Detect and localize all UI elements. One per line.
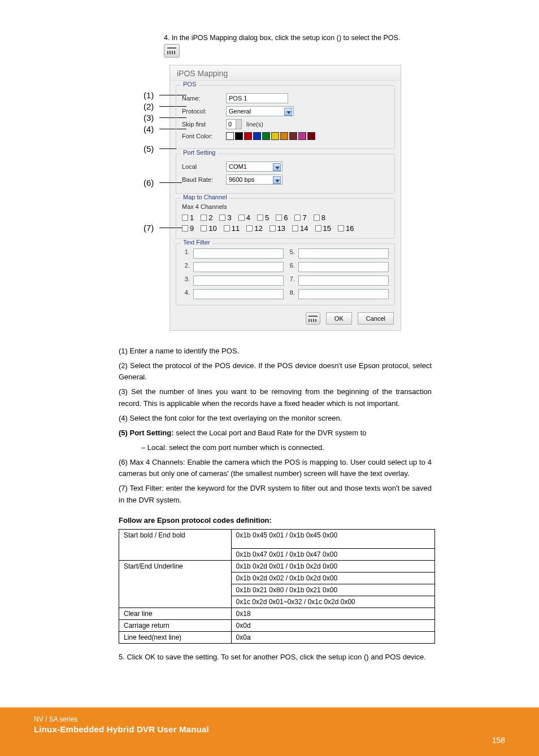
table-cell: 0x18 <box>231 608 434 619</box>
group-pos: POS Name: Protocol: General Skip first 0… <box>176 85 395 149</box>
channel-2-checkbox[interactable]: 2 <box>201 213 212 222</box>
font-color-label: Font Color: <box>182 133 226 139</box>
swatch-pink[interactable] <box>298 132 306 140</box>
protocol-label: Protocol: <box>182 108 226 115</box>
chevron-down-icon <box>273 176 281 184</box>
cancel-button[interactable]: Cancel <box>358 312 394 325</box>
group-text-filter: Text Filter 1. 5. 2. 6. 3. 7. 4. 8. <box>176 243 395 305</box>
callout-2: (2) <box>144 102 154 111</box>
callout-6: (6) <box>144 178 154 187</box>
table-cell: Start bold / End bold <box>119 529 232 560</box>
table-cell: 0x1c 0x2d 0x01~0x32 / 0x1c 0x2d 0x00 <box>231 596 434 608</box>
callout-1: (1) <box>144 90 154 100</box>
swatch-green[interactable] <box>262 132 270 140</box>
channel-14-checkbox[interactable]: 14 <box>292 224 308 233</box>
chevron-down-icon <box>284 108 292 116</box>
step-4-text: 4. In the iPOS Mapping dialog box, click… <box>164 34 494 42</box>
ipos-mapping-dialog: (1) (2) (3) (4) (5) (6) (7) iPOS Mapping… <box>169 65 401 331</box>
channel-1-checkbox[interactable]: 1 <box>182 213 194 222</box>
protocol-select[interactable]: General <box>226 106 294 116</box>
swatch-brown[interactable] <box>289 132 297 140</box>
para-5b: – Local: select the com port number whic… <box>141 442 432 453</box>
footer-series: NV / SA series <box>34 715 516 723</box>
table-cell: 0x0a <box>231 631 434 643</box>
text-filter-7[interactable] <box>298 276 389 286</box>
pos-setup-icon[interactable] <box>306 312 320 325</box>
channel-8-checkbox[interactable]: 8 <box>314 213 325 222</box>
swatch-yellow[interactable] <box>271 132 279 140</box>
text-filter-2[interactable] <box>193 262 284 272</box>
table-cell: Start/End Underline <box>119 560 232 608</box>
footer-title: Linux-Embedded Hybrid DVR User Manual <box>34 724 516 734</box>
para-3: (3) Set the number of lines you want to … <box>119 386 432 409</box>
swatch-white[interactable] <box>226 132 234 140</box>
text-filter-4[interactable] <box>193 289 284 299</box>
table-cell: Line feed(next line) <box>119 631 232 643</box>
group-port-setting: Port Setting Local COM1 Baud Rate: 9600 … <box>176 154 395 194</box>
para-8: 5. Click OK to save the setting. To set … <box>119 652 432 663</box>
baud-rate-label: Baud Rate: <box>182 176 226 183</box>
table-cell: 0x1b 0x21 0x80 / 0x1b 0x21 0x00 <box>231 584 434 596</box>
swatch-red[interactable] <box>244 132 252 140</box>
max-channels-note: Max 4 Channels <box>182 203 389 210</box>
callout-4: (4) <box>144 124 154 134</box>
channel-4-checkbox[interactable]: 4 <box>238 213 250 222</box>
skip-first-unit: line(s) <box>246 121 263 128</box>
para-7: (7) Text Filter: enter the keyword for t… <box>119 483 432 505</box>
epson-codes-table: Start bold / End bold 0x1b 0x45 0x01 / 0… <box>119 529 435 644</box>
table-cell: 0x1b 0x2d 0x02 / 0x1b 0x2d 0x00 <box>231 572 434 584</box>
text-filter-1[interactable] <box>193 248 284 259</box>
local-select[interactable]: COM1 <box>226 161 282 172</box>
baud-rate-select[interactable]: 9600 bps <box>226 174 282 185</box>
font-color-swatches[interactable] <box>226 132 315 140</box>
table-cell: 0x1b 0x2d 0x01 / 0x1b 0x2d 0x00 <box>231 560 434 572</box>
channel-7-checkbox[interactable]: 7 <box>294 213 306 222</box>
channel-10-checkbox[interactable]: 10 <box>201 224 216 233</box>
channel-3-checkbox[interactable]: 3 <box>219 213 231 222</box>
page-footer: NV / SA series Linux-Embedded Hybrid DVR… <box>0 707 539 756</box>
ok-button[interactable]: OK <box>326 312 352 325</box>
channel-16-checkbox[interactable]: 16 <box>338 224 354 233</box>
para-4: (4) Select the font color for the text o… <box>119 413 432 424</box>
name-label: Name: <box>182 95 226 102</box>
text-filter-5[interactable] <box>298 248 389 259</box>
skip-first-spinner[interactable]: 0 <box>226 119 242 129</box>
text-filter-3[interactable] <box>193 276 284 286</box>
channel-5-checkbox[interactable]: 5 <box>257 213 269 222</box>
channel-11-checkbox[interactable]: 11 <box>224 224 240 233</box>
swatch-orange[interactable] <box>280 132 288 140</box>
para-1: (1) Enter a name to identify the POS. <box>119 346 432 357</box>
swatch-blue[interactable] <box>253 132 261 140</box>
group-map-channel: Map to Channel Max 4 Channels 1 2 3 4 5 … <box>176 198 395 239</box>
table-cell: Carriage return <box>119 619 232 631</box>
local-label: Local <box>182 163 226 170</box>
group-port-label: Port Setting <box>181 149 218 156</box>
group-pos-label: POS <box>181 81 198 88</box>
swatch-darkred[interactable] <box>307 132 315 140</box>
protocol-value: General <box>229 108 251 115</box>
table-cell: 0x1b 0x47 0x01 / 0x1b 0x47 0x00 <box>231 548 434 560</box>
page-number: 158 <box>492 736 505 745</box>
table-cell: 0x1b 0x45 0x01 / 0x1b 0x45 0x00 <box>231 529 434 548</box>
para-2: (2) Select the protocol of the POS devic… <box>119 360 432 383</box>
channel-9-checkbox[interactable]: 9 <box>182 224 194 233</box>
para-5a: (5) Port Setting: select the Local port … <box>119 427 432 439</box>
table-cell: Clear line <box>119 608 232 619</box>
channel-12-checkbox[interactable]: 12 <box>246 224 262 233</box>
epson-codes-heading: Follow are Epson protocol codes definiti… <box>119 516 494 525</box>
body-text: (1) Enter a name to identify the POS. (2… <box>119 346 432 506</box>
baud-rate-value: 9600 bps <box>229 176 254 183</box>
swatch-black[interactable] <box>235 132 243 140</box>
channel-13-checkbox[interactable]: 13 <box>270 224 285 233</box>
chevron-down-icon <box>273 163 281 171</box>
text-filter-8[interactable] <box>298 289 389 299</box>
dialog-title: iPOS Mapping <box>170 65 401 81</box>
channel-6-checkbox[interactable]: 6 <box>276 213 288 222</box>
table-cell: 0x0d <box>231 619 434 631</box>
group-map-label: Map to Channel <box>181 194 229 200</box>
callout-5: (5) <box>144 144 154 154</box>
text-filter-6[interactable] <box>298 262 389 272</box>
channel-15-checkbox[interactable]: 15 <box>315 224 331 233</box>
name-input[interactable] <box>226 93 288 103</box>
skip-first-value: 0 <box>228 121 232 128</box>
